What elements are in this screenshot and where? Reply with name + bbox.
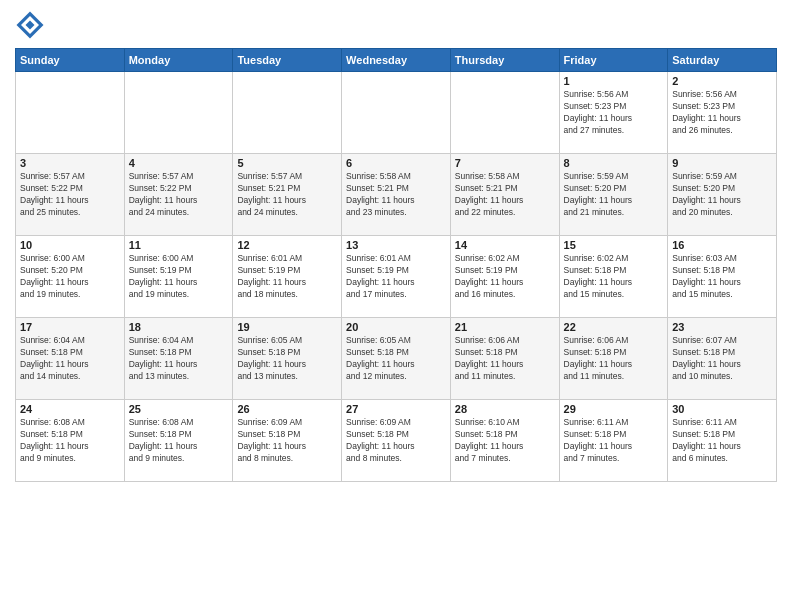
day-info: Sunrise: 6:10 AM Sunset: 5:18 PM Dayligh… xyxy=(455,417,555,465)
day-number: 15 xyxy=(564,239,664,251)
day-info: Sunrise: 6:05 AM Sunset: 5:18 PM Dayligh… xyxy=(237,335,337,383)
day-info: Sunrise: 5:59 AM Sunset: 5:20 PM Dayligh… xyxy=(564,171,664,219)
calendar-cell: 29Sunrise: 6:11 AM Sunset: 5:18 PM Dayli… xyxy=(559,400,668,482)
day-info: Sunrise: 5:59 AM Sunset: 5:20 PM Dayligh… xyxy=(672,171,772,219)
calendar-cell xyxy=(450,72,559,154)
calendar-cell: 6Sunrise: 5:58 AM Sunset: 5:21 PM Daylig… xyxy=(342,154,451,236)
day-number: 4 xyxy=(129,157,229,169)
calendar-cell: 24Sunrise: 6:08 AM Sunset: 5:18 PM Dayli… xyxy=(16,400,125,482)
day-number: 1 xyxy=(564,75,664,87)
page: SundayMondayTuesdayWednesdayThursdayFrid… xyxy=(0,0,792,612)
day-info: Sunrise: 5:57 AM Sunset: 5:22 PM Dayligh… xyxy=(129,171,229,219)
calendar-cell: 25Sunrise: 6:08 AM Sunset: 5:18 PM Dayli… xyxy=(124,400,233,482)
calendar-cell: 16Sunrise: 6:03 AM Sunset: 5:18 PM Dayli… xyxy=(668,236,777,318)
logo xyxy=(15,10,49,40)
day-info: Sunrise: 6:05 AM Sunset: 5:18 PM Dayligh… xyxy=(346,335,446,383)
day-info: Sunrise: 6:04 AM Sunset: 5:18 PM Dayligh… xyxy=(20,335,120,383)
day-number: 6 xyxy=(346,157,446,169)
weekday-header-sunday: Sunday xyxy=(16,49,125,72)
calendar-header-row: SundayMondayTuesdayWednesdayThursdayFrid… xyxy=(16,49,777,72)
day-info: Sunrise: 6:03 AM Sunset: 5:18 PM Dayligh… xyxy=(672,253,772,301)
calendar-cell: 1Sunrise: 5:56 AM Sunset: 5:23 PM Daylig… xyxy=(559,72,668,154)
day-info: Sunrise: 6:09 AM Sunset: 5:18 PM Dayligh… xyxy=(346,417,446,465)
day-number: 18 xyxy=(129,321,229,333)
calendar-cell: 26Sunrise: 6:09 AM Sunset: 5:18 PM Dayli… xyxy=(233,400,342,482)
day-info: Sunrise: 6:02 AM Sunset: 5:19 PM Dayligh… xyxy=(455,253,555,301)
day-info: Sunrise: 6:00 AM Sunset: 5:20 PM Dayligh… xyxy=(20,253,120,301)
day-info: Sunrise: 5:57 AM Sunset: 5:21 PM Dayligh… xyxy=(237,171,337,219)
calendar-cell: 15Sunrise: 6:02 AM Sunset: 5:18 PM Dayli… xyxy=(559,236,668,318)
calendar-week-row: 24Sunrise: 6:08 AM Sunset: 5:18 PM Dayli… xyxy=(16,400,777,482)
day-number: 21 xyxy=(455,321,555,333)
calendar-cell: 3Sunrise: 5:57 AM Sunset: 5:22 PM Daylig… xyxy=(16,154,125,236)
calendar-cell: 9Sunrise: 5:59 AM Sunset: 5:20 PM Daylig… xyxy=(668,154,777,236)
day-number: 26 xyxy=(237,403,337,415)
weekday-header-thursday: Thursday xyxy=(450,49,559,72)
day-info: Sunrise: 5:56 AM Sunset: 5:23 PM Dayligh… xyxy=(672,89,772,137)
calendar-cell: 21Sunrise: 6:06 AM Sunset: 5:18 PM Dayli… xyxy=(450,318,559,400)
calendar-cell: 30Sunrise: 6:11 AM Sunset: 5:18 PM Dayli… xyxy=(668,400,777,482)
day-info: Sunrise: 6:09 AM Sunset: 5:18 PM Dayligh… xyxy=(237,417,337,465)
day-info: Sunrise: 6:06 AM Sunset: 5:18 PM Dayligh… xyxy=(564,335,664,383)
calendar-cell: 19Sunrise: 6:05 AM Sunset: 5:18 PM Dayli… xyxy=(233,318,342,400)
calendar-cell: 8Sunrise: 5:59 AM Sunset: 5:20 PM Daylig… xyxy=(559,154,668,236)
calendar-cell: 18Sunrise: 6:04 AM Sunset: 5:18 PM Dayli… xyxy=(124,318,233,400)
day-info: Sunrise: 6:04 AM Sunset: 5:18 PM Dayligh… xyxy=(129,335,229,383)
calendar-cell: 2Sunrise: 5:56 AM Sunset: 5:23 PM Daylig… xyxy=(668,72,777,154)
day-info: Sunrise: 6:11 AM Sunset: 5:18 PM Dayligh… xyxy=(564,417,664,465)
weekday-header-friday: Friday xyxy=(559,49,668,72)
day-info: Sunrise: 6:11 AM Sunset: 5:18 PM Dayligh… xyxy=(672,417,772,465)
day-number: 17 xyxy=(20,321,120,333)
calendar-cell xyxy=(342,72,451,154)
calendar-week-row: 17Sunrise: 6:04 AM Sunset: 5:18 PM Dayli… xyxy=(16,318,777,400)
calendar-cell: 23Sunrise: 6:07 AM Sunset: 5:18 PM Dayli… xyxy=(668,318,777,400)
weekday-header-saturday: Saturday xyxy=(668,49,777,72)
calendar-cell: 4Sunrise: 5:57 AM Sunset: 5:22 PM Daylig… xyxy=(124,154,233,236)
logo-icon xyxy=(15,10,45,40)
calendar-cell xyxy=(124,72,233,154)
calendar-cell: 27Sunrise: 6:09 AM Sunset: 5:18 PM Dayli… xyxy=(342,400,451,482)
day-info: Sunrise: 6:08 AM Sunset: 5:18 PM Dayligh… xyxy=(20,417,120,465)
header xyxy=(15,10,777,40)
day-info: Sunrise: 6:06 AM Sunset: 5:18 PM Dayligh… xyxy=(455,335,555,383)
day-number: 30 xyxy=(672,403,772,415)
day-number: 23 xyxy=(672,321,772,333)
calendar-cell: 13Sunrise: 6:01 AM Sunset: 5:19 PM Dayli… xyxy=(342,236,451,318)
calendar-week-row: 3Sunrise: 5:57 AM Sunset: 5:22 PM Daylig… xyxy=(16,154,777,236)
day-number: 13 xyxy=(346,239,446,251)
calendar-cell: 28Sunrise: 6:10 AM Sunset: 5:18 PM Dayli… xyxy=(450,400,559,482)
day-number: 9 xyxy=(672,157,772,169)
day-info: Sunrise: 6:01 AM Sunset: 5:19 PM Dayligh… xyxy=(346,253,446,301)
calendar-cell xyxy=(233,72,342,154)
day-info: Sunrise: 5:58 AM Sunset: 5:21 PM Dayligh… xyxy=(346,171,446,219)
day-number: 11 xyxy=(129,239,229,251)
day-number: 5 xyxy=(237,157,337,169)
weekday-header-tuesday: Tuesday xyxy=(233,49,342,72)
day-number: 27 xyxy=(346,403,446,415)
day-number: 14 xyxy=(455,239,555,251)
day-number: 2 xyxy=(672,75,772,87)
day-number: 10 xyxy=(20,239,120,251)
day-number: 19 xyxy=(237,321,337,333)
day-info: Sunrise: 6:00 AM Sunset: 5:19 PM Dayligh… xyxy=(129,253,229,301)
day-info: Sunrise: 6:07 AM Sunset: 5:18 PM Dayligh… xyxy=(672,335,772,383)
day-number: 20 xyxy=(346,321,446,333)
weekday-header-wednesday: Wednesday xyxy=(342,49,451,72)
day-info: Sunrise: 6:01 AM Sunset: 5:19 PM Dayligh… xyxy=(237,253,337,301)
calendar-cell: 10Sunrise: 6:00 AM Sunset: 5:20 PM Dayli… xyxy=(16,236,125,318)
day-number: 7 xyxy=(455,157,555,169)
day-number: 25 xyxy=(129,403,229,415)
day-info: Sunrise: 5:58 AM Sunset: 5:21 PM Dayligh… xyxy=(455,171,555,219)
calendar-week-row: 10Sunrise: 6:00 AM Sunset: 5:20 PM Dayli… xyxy=(16,236,777,318)
day-number: 24 xyxy=(20,403,120,415)
calendar-cell: 14Sunrise: 6:02 AM Sunset: 5:19 PM Dayli… xyxy=(450,236,559,318)
day-number: 3 xyxy=(20,157,120,169)
day-info: Sunrise: 6:02 AM Sunset: 5:18 PM Dayligh… xyxy=(564,253,664,301)
day-number: 22 xyxy=(564,321,664,333)
calendar-cell: 20Sunrise: 6:05 AM Sunset: 5:18 PM Dayli… xyxy=(342,318,451,400)
calendar-cell: 12Sunrise: 6:01 AM Sunset: 5:19 PM Dayli… xyxy=(233,236,342,318)
day-number: 16 xyxy=(672,239,772,251)
calendar-cell: 7Sunrise: 5:58 AM Sunset: 5:21 PM Daylig… xyxy=(450,154,559,236)
calendar-week-row: 1Sunrise: 5:56 AM Sunset: 5:23 PM Daylig… xyxy=(16,72,777,154)
day-number: 29 xyxy=(564,403,664,415)
